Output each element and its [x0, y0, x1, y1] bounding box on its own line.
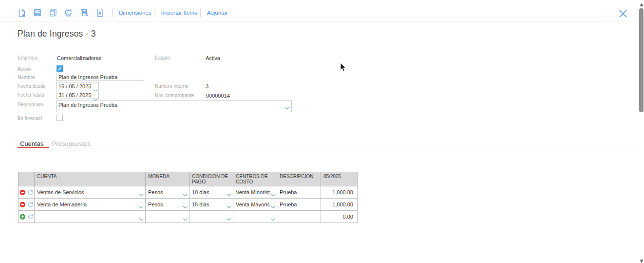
descripcion-label: Descripcion — [18, 102, 43, 107]
amount-cell[interactable]: 1,000.00 — [321, 199, 358, 211]
print-icon[interactable] — [64, 8, 73, 17]
check-icon: ✓ — [57, 66, 62, 72]
amount-cell[interactable]: 1,000.00 — [321, 186, 358, 199]
refresh-row-icon[interactable] — [27, 202, 34, 208]
descripcion-value: Prueba — [280, 202, 297, 207]
cuenta-dropdown[interactable]: Venta de Mercadería — [35, 199, 146, 211]
tab-divider — [18, 148, 637, 148]
centros-value: Venta Mayoris — [236, 202, 270, 207]
amount-cell[interactable]: 0.00 — [321, 211, 358, 223]
condicion-value: 15 dias — [192, 202, 209, 207]
tab-presupuestos[interactable]: Presupuestos — [52, 140, 91, 147]
estado-label: Estado — [155, 55, 170, 61]
moneda-dropdown[interactable] — [146, 211, 189, 223]
chevron-down-icon[interactable] — [139, 217, 143, 221]
page-title: Plan de Ingresos - 3 — [18, 29, 96, 39]
numero-interno-value: 3 — [206, 83, 208, 89]
table-row-new: 0.00 — [19, 211, 358, 223]
nombre-input[interactable]: Plan de Ingresos Prueba — [56, 73, 144, 81]
row-actions-cell — [19, 211, 35, 223]
header-moneda: MONEDA — [146, 172, 189, 186]
descripcion-cell[interactable]: Prueba — [277, 186, 321, 199]
dimensiones-link[interactable]: Dimensiones — [117, 10, 153, 16]
plan-de-ingresos-window: Dimensiones Importar Items Adjuntar Plan… — [0, 0, 644, 263]
moneda-value: Pesos — [148, 202, 163, 207]
fecha-hasta-label: Fecha hasta — [18, 92, 44, 98]
chevron-down-icon[interactable] — [271, 192, 275, 196]
moneda-dropdown[interactable]: Pesos — [146, 199, 189, 211]
chevron-down-icon[interactable] — [227, 192, 231, 196]
document-a-icon[interactable] — [95, 8, 104, 17]
refresh-row-icon[interactable] — [27, 214, 34, 220]
cuenta-dropdown[interactable]: Ventas de Servicios — [35, 186, 146, 199]
header-descripcion: DESCRIPCION — [277, 172, 321, 186]
chevron-down-icon[interactable] — [183, 217, 187, 221]
fecha-hasta-input[interactable]: 31 / 05 / 2025 — [56, 91, 99, 99]
centros-de-costo-dropdown[interactable]: Venta Minorist — [233, 186, 277, 199]
save-icon[interactable] — [33, 8, 42, 17]
copy-icon[interactable] — [49, 8, 57, 17]
condicion-de-pago-dropdown[interactable]: 15 dias — [189, 199, 233, 211]
journal-icon[interactable] — [80, 8, 89, 17]
scrollbar-thumb[interactable] — [639, 8, 644, 112]
centros-value: Venta Minorist — [236, 189, 270, 195]
descripcion-input[interactable]: Plan de Ingresos Prueba — [56, 101, 292, 112]
nro-comprobante-value: 00000014 — [206, 93, 230, 99]
delete-row-icon[interactable] — [19, 189, 26, 196]
centros-de-costo-dropdown[interactable]: Venta Mayoris — [233, 199, 277, 211]
chevron-down-icon[interactable] — [285, 105, 289, 109]
toolbar: Dimensiones Importar Items Adjuntar — [18, 8, 229, 17]
table-row: Ventas de Servicios Pesos 10 dias Venta … — [19, 186, 358, 199]
importar-items-link[interactable]: Importar Items — [159, 10, 199, 16]
descripcion-cell[interactable]: Prueba — [277, 199, 321, 211]
cuenta-value: Ventas de Servicios — [37, 189, 84, 195]
cuenta-value: Venta de Mercadería — [37, 202, 87, 207]
chevron-down-icon[interactable] — [94, 97, 97, 101]
scrollbar-up-arrow[interactable] — [640, 3, 644, 6]
chevron-down-icon[interactable] — [183, 204, 187, 208]
chevron-down-icon[interactable] — [139, 192, 143, 196]
adjuntar-link[interactable]: Adjuntar — [205, 10, 230, 16]
chevron-down-icon[interactable] — [227, 217, 231, 221]
chevron-down-icon[interactable] — [227, 204, 231, 208]
moneda-dropdown[interactable]: Pesos — [146, 186, 189, 199]
cuenta-dropdown[interactable] — [35, 211, 146, 223]
delete-row-icon[interactable] — [19, 202, 26, 208]
table-row: Venta de Mercadería Pesos 15 dias Venta … — [19, 199, 358, 211]
toolbar-separator — [154, 8, 154, 17]
chevron-down-icon[interactable] — [139, 204, 143, 208]
chevron-down-icon[interactable] — [271, 204, 275, 208]
close-icon[interactable] — [619, 9, 627, 18]
condicion-de-pago-dropdown[interactable] — [189, 211, 233, 223]
empresa-label: Empresa — [18, 55, 37, 61]
refresh-row-icon[interactable] — [27, 189, 34, 196]
row-actions-cell — [19, 199, 35, 211]
descripcion-cell[interactable] — [277, 211, 321, 223]
numero-interno-label: Numero interno — [155, 83, 189, 89]
centros-de-costo-dropdown[interactable] — [233, 211, 277, 223]
cuentas-grid: CUENTA MONEDA CONDICION DE PAGO CENTROS … — [18, 172, 358, 223]
fecha-hasta-value: 31 / 05 / 2025 — [58, 92, 91, 98]
es-forecast-checkbox[interactable]: ✓ — [57, 115, 63, 121]
chevron-down-icon[interactable] — [271, 217, 275, 221]
activo-label: Activo — [18, 66, 31, 72]
fecha-desde-input[interactable]: 15 / 05 / 2025 — [56, 82, 99, 90]
header-cuenta: CUENTA — [35, 172, 146, 186]
toolbar-separator — [112, 8, 113, 17]
tab-cuentas[interactable]: Cuentas — [20, 140, 43, 147]
es-forecast-label: Es forecast — [18, 116, 42, 121]
add-row-icon[interactable] — [19, 214, 26, 220]
header-period: 05/2025 — [321, 172, 358, 186]
fecha-desde-value: 15 / 05 / 2025 — [58, 83, 91, 89]
condicion-de-pago-dropdown[interactable]: 10 dias — [189, 186, 233, 199]
header-centros-de-costo: CENTROS DE COSTO — [233, 172, 277, 186]
condicion-value: 10 dias — [192, 189, 209, 195]
scrollbar-down-arrow[interactable] — [640, 260, 644, 263]
grid-header-row: CUENTA MONEDA CONDICION DE PAGO CENTROS … — [19, 172, 358, 186]
descripcion-value: Plan de Ingresos Prueba — [58, 102, 117, 108]
activo-checkbox[interactable]: ✓ — [57, 65, 63, 72]
moneda-value: Pesos — [148, 189, 163, 195]
tab-bar: Cuentas Presupuestos — [20, 140, 91, 147]
new-document-icon[interactable] — [18, 8, 26, 17]
chevron-down-icon[interactable] — [183, 192, 187, 196]
